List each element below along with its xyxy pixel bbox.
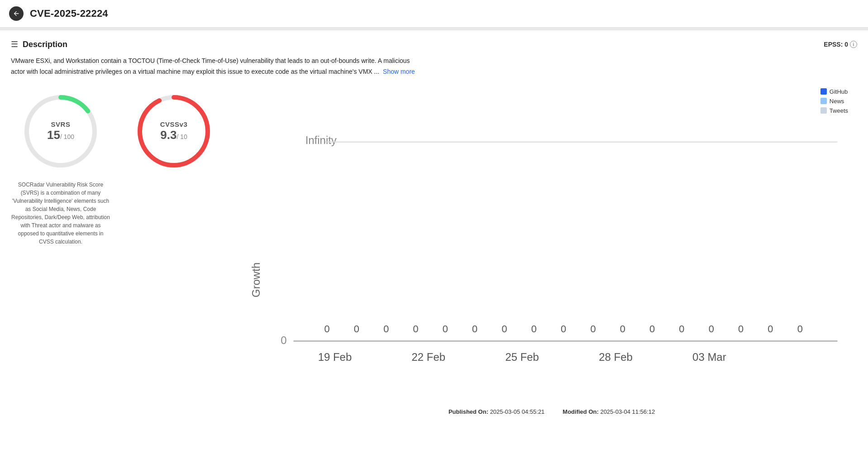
published-info: Published On: 2025-03-05 04:55:21 <box>448 408 544 415</box>
svg-text:Growth: Growth <box>250 262 262 297</box>
svg-text:Infinity: Infinity <box>305 134 337 146</box>
svg-text:0: 0 <box>281 334 286 346</box>
svrs-gauge-container: SVRS 15/ 100 SOCRadar Vulnerability Risk… <box>11 88 110 246</box>
cvss-gauge-container: CVSSv3 9.3/ 10 <box>129 88 219 174</box>
show-more-link[interactable]: Show more <box>383 68 415 75</box>
main-content: ☰ Description EPSS: 0 i VMware ESXi, and… <box>0 30 868 429</box>
svg-text:0: 0 <box>443 323 448 334</box>
svg-text:0: 0 <box>354 323 359 334</box>
svg-text:28 Feb: 28 Feb <box>599 351 633 363</box>
svg-text:0: 0 <box>590 323 596 334</box>
svrs-label: SVRS <box>47 120 74 128</box>
svrs-description: SOCRadar Vulnerability Risk Score (SVRS)… <box>11 181 110 246</box>
svg-text:0: 0 <box>472 323 477 334</box>
back-button[interactable] <box>9 6 24 21</box>
svg-text:0: 0 <box>620 323 625 334</box>
cvss-label: CVSSv3 <box>160 120 188 128</box>
legend-news: News <box>820 98 848 105</box>
chart-wrapper: Growth Infinity 0 0 0 0 0 0 0 <box>246 122 857 400</box>
chart-svg: Growth Infinity 0 0 0 0 0 0 0 <box>246 122 857 398</box>
svg-text:0: 0 <box>679 323 684 334</box>
svg-text:0: 0 <box>383 323 389 334</box>
epss-info: EPSS: 0 i <box>824 41 857 48</box>
svg-text:0: 0 <box>324 323 329 334</box>
svg-text:0: 0 <box>649 323 655 334</box>
metrics-row: SVRS 15/ 100 SOCRadar Vulnerability Risk… <box>11 88 857 416</box>
chart-legend: GitHub News Tweets <box>820 88 848 114</box>
svg-text:22 Feb: 22 Feb <box>412 351 446 363</box>
legend-github: GitHub <box>820 88 848 95</box>
svg-text:0: 0 <box>561 323 566 334</box>
epss-label: EPSS: 0 <box>824 41 848 48</box>
svg-text:0: 0 <box>797 323 803 334</box>
cvss-value: 9.3/ 10 <box>160 128 188 142</box>
section-title-wrap: ☰ Description <box>11 39 67 49</box>
header: CVE-2025-22224 <box>0 0 868 28</box>
epss-info-icon[interactable]: i <box>850 41 857 48</box>
legend-tweets-box <box>820 107 827 114</box>
legend-tweets: Tweets <box>820 107 848 114</box>
svg-text:0: 0 <box>709 323 714 334</box>
chart-footer: Published On: 2025-03-05 04:55:21 Modifi… <box>246 408 857 415</box>
svrs-value: 15/ 100 <box>47 128 74 142</box>
cvss-gauge: CVSSv3 9.3/ 10 <box>131 88 217 174</box>
svg-text:0: 0 <box>738 323 744 334</box>
legend-news-box <box>820 98 827 104</box>
svg-text:0: 0 <box>501 323 507 334</box>
cvss-gauge-center: CVSSv3 9.3/ 10 <box>160 120 188 142</box>
svg-text:25 Feb: 25 Feb <box>505 351 539 363</box>
page-title: CVE-2025-22224 <box>30 8 108 19</box>
legend-github-box <box>820 88 827 95</box>
svg-text:0: 0 <box>531 323 537 334</box>
svg-text:0: 0 <box>768 323 773 334</box>
section-header: ☰ Description EPSS: 0 i <box>11 39 857 49</box>
section-title: Description <box>23 40 67 49</box>
svrs-gauge: SVRS 15/ 100 <box>18 88 104 174</box>
description-icon: ☰ <box>11 39 18 49</box>
svg-text:03 Mar: 03 Mar <box>692 351 726 363</box>
chart-area: GitHub News Tweets Growth <box>237 88 857 416</box>
svrs-gauge-center: SVRS 15/ 100 <box>47 120 74 142</box>
svg-text:0: 0 <box>413 323 418 334</box>
modified-info: Modified On: 2025-03-04 11:56:12 <box>563 408 655 415</box>
svg-text:19 Feb: 19 Feb <box>318 351 352 363</box>
description-text: VMware ESXi, and Workstation contain a T… <box>11 56 418 77</box>
